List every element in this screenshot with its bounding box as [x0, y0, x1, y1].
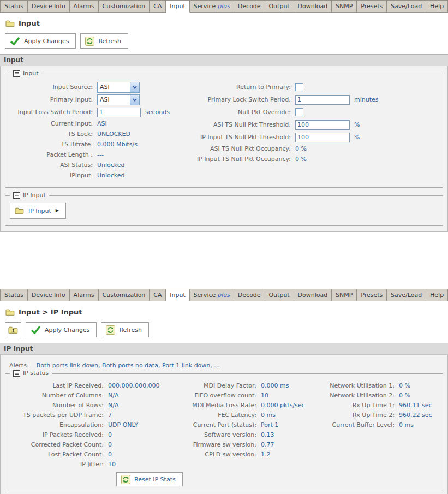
section-header: IP Input: [0, 343, 448, 355]
field-row-ipinput: IPInput:Unlocked: [10, 170, 183, 181]
ip-input-ts-null-pkt-threshold-label: IP Input TS Null Pkt Threshold:: [183, 134, 295, 141]
ip-input-ts-null-pkt-threshold-input[interactable]: [295, 133, 350, 142]
number-of-columns-label: Number of Columns:: [10, 392, 108, 399]
tab-service-plus[interactable]: Serviceplus: [190, 0, 234, 12]
encapsulation-control: UDP ONLY: [108, 421, 138, 428]
tab-service-plus[interactable]: Serviceplus: [190, 289, 234, 301]
tab-label: Status: [4, 3, 23, 10]
ts-lock-label: TS Lock:: [10, 130, 97, 138]
tab-label: Customization: [103, 291, 146, 299]
tab-decode[interactable]: Decode: [234, 0, 265, 12]
primary-input-select[interactable]: ASI: [97, 94, 140, 105]
mdi-media-loss-rate-value: 0.000 pkts/sec: [261, 402, 305, 409]
fieldset-legend-label: IP status: [23, 370, 49, 377]
tab-ca[interactable]: CA: [150, 289, 166, 301]
tab-label: Device Info: [32, 3, 65, 10]
tab-alarms[interactable]: Alarms: [70, 0, 99, 12]
tab-snmp[interactable]: SNMP: [332, 0, 357, 12]
tab-decode[interactable]: Decode: [234, 289, 265, 301]
fifo-overflow-count-control: 10: [261, 392, 268, 399]
tab-device-info[interactable]: Device Info: [28, 289, 70, 301]
refresh-button[interactable]: Refresh: [80, 33, 128, 49]
tab-label: Presets: [361, 291, 383, 299]
asi-ts-null-pkt-occupancy-label: ASI TS Null Pkt Occupancy:: [183, 145, 295, 152]
tab-status[interactable]: Status: [0, 0, 28, 12]
folder-icon: [5, 20, 15, 27]
field-row-input-loss-switch-period: Input Loss Switch Period:seconds: [10, 106, 183, 118]
tab-output[interactable]: Output: [265, 289, 294, 301]
field-row-number-of-columns: Number of Columns:N/A: [10, 390, 175, 400]
tab-download[interactable]: Download: [294, 0, 332, 12]
tab-label: Input: [170, 291, 185, 299]
ip-jitter-label: IP Jitter:: [10, 461, 108, 468]
tab-output[interactable]: Output: [265, 0, 294, 12]
tab-presets[interactable]: Presets: [357, 289, 387, 301]
current-port-status-control: Port 1: [261, 421, 278, 428]
input-fieldset: Input Input Source:ASIPrimary Input:ASII…: [5, 74, 443, 188]
tab-customization[interactable]: Customization: [99, 0, 150, 12]
ip-packets-received-label: IP Packets Received:: [10, 431, 108, 438]
alerts-text: Both ports link down, Both ports no data…: [37, 362, 220, 369]
input-loss-switch-period-input[interactable]: [97, 108, 141, 117]
field-row-packet-length: Packet Length :---: [10, 150, 183, 160]
asi-ts-null-pkt-threshold-input[interactable]: [295, 120, 350, 130]
ts-lock-control: UNLOCKED: [97, 130, 130, 138]
encapsulation-label: Encapsulation:: [10, 421, 108, 428]
ip-input-nav-label: IP Input: [28, 207, 51, 215]
up-level-button[interactable]: [5, 322, 21, 337]
play-icon: ▶: [56, 209, 59, 213]
section-header: Input: [0, 54, 448, 66]
asi-ts-null-pkt-threshold-control: %: [295, 120, 360, 130]
network-utilisation-2-label: Network Utilisation 2:: [314, 392, 399, 399]
primary-lock-switch-period-control: minutes: [295, 95, 379, 105]
ts-bitrate-value: 0.000 Mbits/s: [97, 141, 138, 148]
input-source-select[interactable]: ASI: [97, 82, 140, 93]
current-buffer-level-label: Current Buffer Level:: [314, 421, 399, 428]
fieldset-legend-label: IP Input: [23, 192, 46, 199]
return-to-primary-checkbox[interactable]: [295, 83, 303, 91]
rx-up-time-1-label: Rx Up Time 1:: [314, 402, 399, 409]
refresh-icon: [121, 475, 130, 484]
lost-packet-count-control: 0: [108, 451, 112, 458]
toolbar: Apply Changes Refresh: [5, 322, 448, 337]
corrected-packet-count-label: Corrected Packet Count:: [10, 441, 108, 448]
tab-input[interactable]: Input: [166, 289, 189, 301]
tab-input[interactable]: Input: [166, 0, 189, 13]
tab-label: Help: [430, 3, 444, 10]
refresh-button[interactable]: Refresh: [101, 322, 149, 337]
primary-input-control: ASI: [97, 94, 140, 105]
software-version-label: Software version:: [175, 431, 261, 438]
tab-alarms[interactable]: Alarms: [70, 289, 99, 301]
field-row-corrected-packet-count: Corrected Packet Count:0: [10, 439, 175, 449]
tab-label: Decode: [238, 3, 261, 10]
ip-input-nav-button[interactable]: IP Input ▶: [10, 203, 66, 219]
chevron-down-icon[interactable]: [130, 95, 139, 105]
reset-ip-stats-button[interactable]: Reset IP Stats: [116, 472, 183, 486]
tab-help[interactable]: Help: [426, 0, 448, 12]
tab-device-info[interactable]: Device Info: [28, 0, 70, 12]
tab-help[interactable]: Help: [426, 289, 448, 301]
chevron-down-icon[interactable]: [130, 82, 139, 92]
corrected-packet-count-value: 0: [108, 441, 112, 448]
packet-length-control: ---: [97, 151, 104, 158]
null-pkt-override-checkbox[interactable]: [295, 108, 303, 116]
tab-status[interactable]: Status: [0, 289, 28, 301]
fec-latency-control: 0 ms: [261, 412, 276, 419]
tab-snmp[interactable]: SNMP: [332, 289, 357, 301]
tab-presets[interactable]: Presets: [357, 0, 387, 12]
primary-lock-switch-period-input[interactable]: [295, 95, 350, 105]
ip-status-fieldset: IP status Last IP Received:000.000.000.0…: [5, 373, 443, 493]
tab-save-load[interactable]: Save/Load: [387, 289, 426, 301]
field-row-primary-lock-switch-period: Primary Lock Switch Period:minutes: [183, 93, 438, 106]
tab-customization[interactable]: Customization: [99, 289, 150, 301]
lost-packet-count-value: 0: [108, 451, 112, 458]
notes-icon: [13, 70, 20, 77]
tab-ca[interactable]: CA: [150, 0, 166, 12]
primary-lock-switch-period-label: Primary Lock Switch Period:: [183, 96, 295, 103]
tab-save-load[interactable]: Save/Load: [387, 0, 426, 12]
tab-download[interactable]: Download: [294, 289, 332, 301]
apply-changes-button[interactable]: Apply Changes: [26, 322, 97, 337]
field-row-ts-packets-per-udp-frame: TS packets per UDP frame:7: [10, 410, 175, 420]
field-row-cpld-sw-version: CPLD sw version:1.2: [175, 449, 314, 459]
apply-changes-button[interactable]: Apply Changes: [5, 33, 76, 49]
